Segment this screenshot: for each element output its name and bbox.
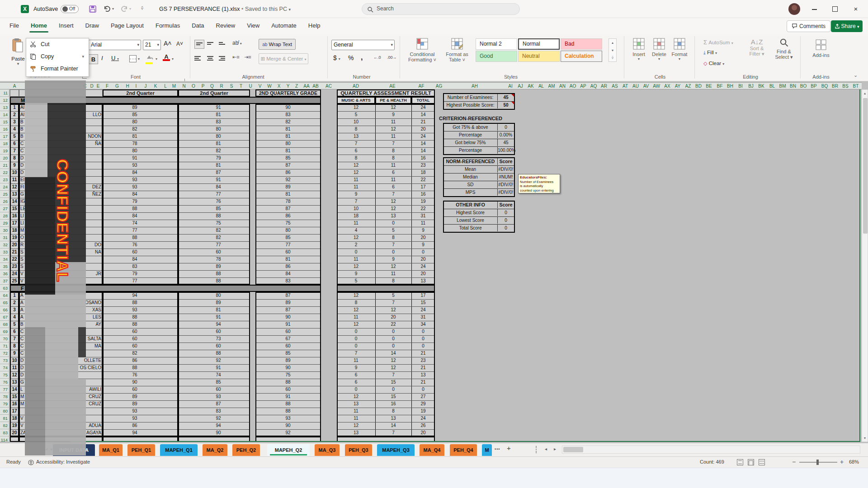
cell-value[interactable]: 93	[111, 415, 158, 422]
sort-filter-button[interactable]: A↓Z Sort & Filter ▾	[745, 38, 769, 56]
merge-center-button[interactable]: ⊞ Merge & Center ▾	[259, 53, 308, 64]
cell-value[interactable]: 88	[111, 314, 158, 321]
cell-value[interactable]: 85	[195, 379, 242, 386]
decrease-indent-icon[interactable]: ⇤≡	[232, 54, 240, 60]
cell-value[interactable]: 12	[375, 126, 411, 133]
cell-value[interactable]: 85	[195, 205, 242, 212]
cell-style-normal[interactable]: Normal	[518, 38, 560, 50]
decrease-font-icon[interactable]: A˅	[176, 41, 183, 47]
column-header-BT[interactable]: BT	[853, 83, 859, 89]
cell-value[interactable]: 8	[375, 408, 411, 415]
fill-color-caret[interactable]: ▾	[156, 57, 157, 61]
student-number[interactable]: 3	[10, 306, 19, 314]
student-number[interactable]: 19	[10, 234, 19, 241]
cell-value[interactable]: 87	[264, 292, 311, 299]
row-header-79[interactable]: 79	[0, 400, 9, 408]
student-number[interactable]: 10	[10, 357, 19, 364]
column-header-V[interactable]: V	[259, 83, 262, 89]
cell-value[interactable]: 82	[111, 350, 158, 357]
cell-value[interactable]: 75	[195, 220, 242, 227]
menu-tab-help[interactable]: Help	[302, 18, 326, 33]
cell-value[interactable]: 9	[337, 364, 375, 371]
sheet-tab-ma_q3[interactable]: MA_Q3	[315, 444, 340, 456]
row-header-24[interactable]: 24	[0, 183, 9, 191]
menu-tab-page-layout[interactable]: Page Layout	[105, 18, 150, 33]
cell-value[interactable]: 11	[337, 415, 375, 422]
cell-value[interactable]: 80	[264, 227, 311, 234]
format-as-table-button[interactable]: Format as Table ˅	[441, 38, 473, 62]
cell-value[interactable]: 13	[337, 400, 375, 408]
column-header-P[interactable]: P	[202, 83, 205, 89]
student-number[interactable]: 3	[10, 118, 19, 126]
row-header-66[interactable]: 66	[0, 306, 9, 314]
column-header-U[interactable]: U	[249, 83, 252, 89]
cell[interactable]	[10, 436, 19, 442]
cell-value[interactable]: 93	[264, 415, 311, 422]
summary-row[interactable]: Highest Possible Score:50	[444, 102, 514, 109]
column-header-AC[interactable]: AC	[326, 83, 332, 89]
student-number[interactable]: 17	[10, 220, 19, 227]
cell-value[interactable]: 15	[375, 379, 411, 386]
conditional-formatting-button[interactable]: Conditional Formatting ˅	[405, 38, 440, 62]
cell-value[interactable]: 89	[111, 400, 158, 408]
cell-value[interactable]: 9	[411, 227, 435, 234]
cell-value[interactable]: 0	[375, 328, 411, 335]
row-header-77[interactable]: 77	[0, 386, 9, 393]
column-header-BJ[interactable]: BJ	[748, 83, 754, 89]
row-header-28[interactable]: 28	[0, 212, 9, 220]
font-size-combo[interactable]: 21▾	[143, 40, 161, 50]
cell-value[interactable]: 88	[111, 364, 158, 371]
row-header-15[interactable]: 15	[0, 118, 9, 126]
column-header-M[interactable]: M	[172, 83, 176, 89]
student-number[interactable]: 20	[10, 429, 19, 436]
column-header-G[interactable]: G	[115, 83, 119, 89]
sheet-tab-peh_q2[interactable]: PEH_Q2	[232, 444, 260, 456]
cell-value[interactable]: 88	[111, 321, 158, 328]
cell-value[interactable]: 80	[264, 140, 311, 147]
normal-view-button[interactable]	[737, 459, 743, 465]
summary-row[interactable]: Percentage0.00%	[444, 131, 514, 139]
cell-value[interactable]: 86	[111, 357, 158, 364]
cell-value[interactable]: 11	[411, 220, 435, 227]
cell-value[interactable]: 86	[264, 169, 311, 176]
cell-value[interactable]: 85	[111, 111, 158, 118]
cell-value[interactable]: 79	[111, 198, 158, 205]
font-color-caret[interactable]: ▾	[172, 57, 174, 61]
hscroll-left-arrow[interactable]: ◂	[545, 446, 547, 451]
student-number[interactable]: 20	[10, 241, 19, 249]
cell-value[interactable]: 0	[411, 335, 435, 343]
cell-value[interactable]: 88	[264, 408, 311, 415]
cell-value[interactable]: 21	[411, 364, 435, 371]
student-number[interactable]: 17	[10, 408, 19, 415]
row-header-65[interactable]: 65	[0, 299, 9, 306]
cell-value[interactable]: 20	[411, 234, 435, 241]
column-header-Q[interactable]: Q	[210, 83, 214, 89]
align-center-button[interactable]	[207, 55, 216, 61]
column-header-AV[interactable]: AV	[643, 83, 649, 89]
column-header-BQ[interactable]: BQ	[821, 83, 828, 89]
increase-indent-icon[interactable]: ⇥≡	[244, 54, 251, 60]
column-header-BI[interactable]: BI	[738, 83, 742, 89]
paste-button[interactable]: Paste ▾	[10, 38, 26, 77]
cell-value[interactable]: 78	[111, 140, 158, 147]
sheet-tab-peh_q1[interactable]: PEH_Q1	[127, 444, 155, 456]
cell-value[interactable]: 2	[337, 241, 375, 249]
cell-value[interactable]: 11	[375, 118, 411, 126]
cell-value[interactable]: 60	[264, 328, 311, 335]
column-header-N[interactable]: N	[182, 83, 185, 89]
student-number[interactable]: 5	[10, 321, 19, 328]
cell-value[interactable]: 92	[264, 429, 311, 436]
cell-value[interactable]: 12	[337, 422, 375, 429]
cell-value[interactable]: 91	[195, 176, 242, 183]
sheet-tab-m[interactable]: M	[482, 444, 492, 456]
borders-icon[interactable]	[129, 55, 137, 62]
cell-value[interactable]: 60	[264, 343, 311, 350]
student-number[interactable]: 1	[10, 292, 19, 299]
cell-value[interactable]: 82	[264, 118, 311, 126]
cell-value[interactable]: 7	[337, 198, 375, 205]
cell-value[interactable]: 34	[411, 321, 435, 328]
cell-value[interactable]: 7	[337, 140, 375, 147]
sheet-tab-mapeh_q3[interactable]: MAPEH_Q3	[377, 444, 415, 456]
undo-icon[interactable]	[103, 5, 111, 13]
cell-value[interactable]: 0	[337, 328, 375, 335]
